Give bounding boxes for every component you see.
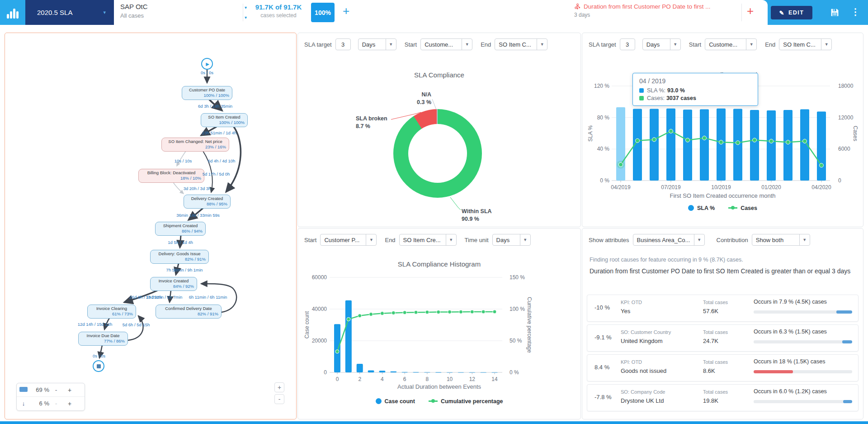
process-node-billing-block-deactivated[interactable]: Billing Block: Deactivated 18% / 10% <box>138 169 204 183</box>
process-node-delivery-goods-issue[interactable]: Delivery: Goods Issue 82% / 91% <box>150 250 209 264</box>
process-node-so-item-created[interactable]: SO Item Created 100% / 100% <box>201 113 248 127</box>
edge-label: 5d 6h / 5d 15h <box>123 322 150 327</box>
stop-icon <box>97 364 101 368</box>
legend-item-cumulative[interactable]: Cumulative percentage <box>429 398 503 405</box>
legend-item-case-count[interactable]: Case count <box>376 398 415 405</box>
process-node-invoice-clearing[interactable]: Invoice Clearing 61% / 73% <box>87 305 136 319</box>
tooltip-title: 04 / 2019 <box>639 77 751 85</box>
edge-label: 6d 4h / 4d 10h <box>208 158 236 163</box>
edge-label: 0s / 0s <box>201 70 213 75</box>
process-node-customer-po-date[interactable]: Customer PO Date 100% / 100% <box>182 86 232 100</box>
edit-button[interactable]: ✎ EDIT <box>771 6 812 19</box>
add-kpi-button[interactable]: + <box>747 4 754 18</box>
show-attributes-select[interactable]: Business Area_Co... ▼ <box>633 234 705 246</box>
process-start-node[interactable]: ▶ <box>201 58 213 70</box>
end-activity-select[interactable]: SO Item C... ▼ <box>495 38 547 50</box>
start-activity-select[interactable]: Custome... ▼ <box>420 38 472 50</box>
start-label: Start <box>405 41 417 48</box>
zoom-in-button[interactable]: + <box>274 382 284 392</box>
sla-trend-panel: SLA target Days ▼ Start Custome... ▼ End… <box>582 33 863 227</box>
root-cause-row[interactable]: -9.1 % SO: Customer CountryUnited Kingdo… <box>587 324 859 352</box>
edge-label: 7h 58min / 9h 1min <box>166 267 203 272</box>
view-title: SAP OtC <box>120 3 247 10</box>
occurrence-bar <box>754 400 852 403</box>
chevron-down-icon: ▼ <box>537 39 547 50</box>
histogram-x-axis-label: Actual Duration between Events <box>298 383 580 390</box>
process-node-invoice-due-date[interactable]: Invoice Due Date 77% / 86% <box>78 332 128 346</box>
kebab-menu-icon[interactable]: ⋮ <box>851 6 860 17</box>
edge-label: 6d 3h / 14h 35min <box>198 104 232 109</box>
trend-x-axis-label: First SO Item Created occurrence month <box>582 192 863 199</box>
dataset-dropdown[interactable]: 2020.5 SLA ▾ <box>25 0 114 25</box>
cases-marker-icon <box>639 96 644 100</box>
svg-text:04/2020: 04/2020 <box>811 184 831 191</box>
svg-text:60000: 60000 <box>312 274 327 281</box>
svg-text:04/2019: 04/2019 <box>611 184 631 191</box>
donut-label-within-sla: Within SLA 90.9 % <box>462 208 492 223</box>
play-icon: ▶ <box>206 62 209 67</box>
connection-decrease-button[interactable]: - <box>49 400 63 407</box>
svg-text:100 %: 100 % <box>509 306 525 312</box>
root-cause-icon <box>574 3 581 10</box>
svg-text:0: 0 <box>324 369 327 376</box>
connection-increase-button[interactable]: + <box>63 400 76 407</box>
chevron-down-icon[interactable]: ▾ <box>245 5 247 10</box>
bar-chart-icon <box>6 6 19 19</box>
root-cause-row[interactable]: -10 % KPI: OTDYes Total cases57.6K Occur… <box>587 295 859 322</box>
activity-node-icon <box>17 386 30 393</box>
process-end-node[interactable] <box>93 360 104 372</box>
kpi-tab[interactable]: Duration from first Customer PO Date to … <box>574 3 742 18</box>
process-node-delivery-created[interactable]: Delivery Created 88% / 95% <box>184 195 231 209</box>
process-node-invoice-created[interactable]: Invoice Created 84% / 92% <box>150 277 197 291</box>
histogram-left-axis-label: Case count <box>304 311 310 339</box>
svg-text:6000: 6000 <box>838 146 850 152</box>
svg-text:18000: 18000 <box>838 83 854 89</box>
end-label: End <box>481 41 491 48</box>
svg-text:50 %: 50 % <box>509 338 522 344</box>
root-cause-statement: Duration from first Customer PO Date to … <box>590 267 855 276</box>
zoom-out-button[interactable]: - <box>274 394 284 404</box>
arrow-down-icon: ↓ <box>17 400 30 407</box>
chevron-down-icon: ▼ <box>694 234 704 245</box>
legend-item-sla[interactable]: SLA % <box>688 205 715 211</box>
process-node-shipment-created[interactable]: Shipment Created 86% / 94% <box>155 222 206 236</box>
trend-right-axis-label: Cases <box>852 126 859 141</box>
svg-text:10/2019: 10/2019 <box>711 184 731 191</box>
connection-slider-row: ↓ 6 % - + <box>17 397 85 410</box>
app-logo <box>0 0 25 25</box>
process-node-so-item-changed[interactable]: SO Item Changed: Net price 23% / 16% <box>161 138 229 152</box>
process-map-panel[interactable]: ▶ Customer PO Date 100% / 100% SO Item C… <box>5 33 297 419</box>
svg-text:6: 6 <box>403 376 406 382</box>
selection-caption: cases selected <box>250 12 307 19</box>
footer-accent-bar <box>0 421 868 424</box>
donut-label-na: N/A 0.3 % <box>395 91 431 106</box>
process-node-confirmed-delivery-date[interactable]: Confirmed Delivery Date 82% / 91% <box>156 305 222 319</box>
contribution-select[interactable]: Show both ▼ <box>752 234 810 246</box>
root-cause-row[interactable]: -7.8 % SO: Company CodeDrystone UK Ltd T… <box>587 384 859 411</box>
kpi-tab-title: Duration from first Customer PO Date to … <box>584 3 711 10</box>
sla-marker-icon <box>639 88 644 93</box>
save-button[interactable] <box>830 8 840 19</box>
chevron-down-icon[interactable]: ▾ <box>245 15 247 20</box>
activity-increase-button[interactable]: + <box>63 386 76 394</box>
divider <box>741 4 742 21</box>
svg-text:150 %: 150 % <box>509 274 525 281</box>
sla-histogram-panel: Start Customer P... ▼ End SO Item Cre...… <box>297 228 581 419</box>
root-cause-row[interactable]: 8.4 % KPI: OTDGoods not issued Total cas… <box>587 354 859 381</box>
histogram-chart-svg[interactable]: 60000150 %40000100 %2000050 %00 %0246810… <box>298 229 580 419</box>
sla-target-input[interactable] <box>335 38 351 50</box>
kpi-tab-subtitle: 3 days <box>574 12 742 18</box>
trend-tooltip: 04 / 2019 SLA %: 93.0 % Cases: 3037 case… <box>632 73 758 106</box>
edge-label: 1d 5h / 1d 4h <box>168 240 193 245</box>
root-causes-controls: Show attributes Business Area_Co... ▼ Co… <box>589 234 810 246</box>
sla-compliance-panel: SLA target Days ▼ Start Custome... ▼ End… <box>297 33 581 227</box>
activity-decrease-button[interactable]: - <box>49 386 63 394</box>
add-sheet-button[interactable]: + <box>343 4 349 18</box>
legend-item-cases[interactable]: Cases <box>728 205 757 211</box>
activity-slider-value: 69 % <box>30 386 49 393</box>
view-dropdowns[interactable]: SAP OtC ▾ All cases ▾ <box>120 3 247 19</box>
selection-percentage-badge: 100% <box>311 3 335 22</box>
time-unit-select[interactable]: Days ▼ <box>358 38 396 50</box>
occurrence-bar <box>754 370 852 373</box>
top-bar-strip: SAP OtC ▾ All cases ▾ 91.7K of 91.7K cas… <box>114 0 768 25</box>
